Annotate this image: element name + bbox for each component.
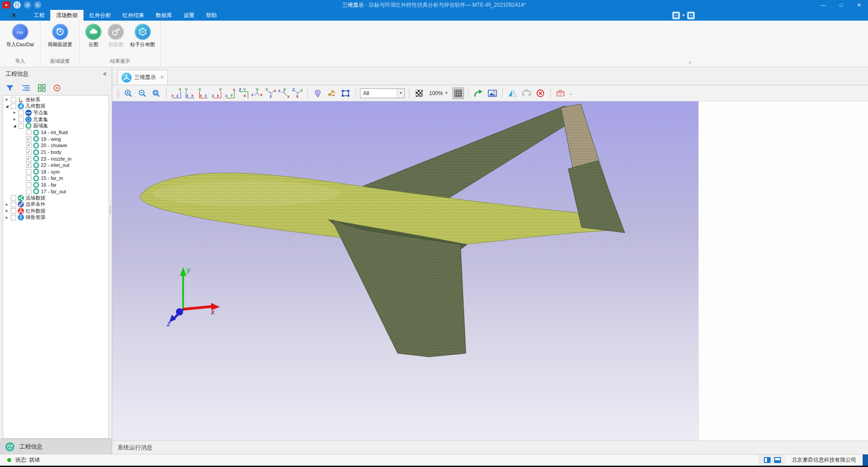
tab-close-icon[interactable]: ✕ bbox=[160, 74, 164, 80]
tree-item[interactable]: ✓21 - body bbox=[3, 149, 109, 156]
tree-checkbox[interactable]: ✓ bbox=[26, 156, 31, 161]
box-select-icon[interactable] bbox=[340, 87, 351, 99]
tree-expander-icon[interactable]: ▶ bbox=[4, 216, 9, 219]
close-button[interactable]: ✕ bbox=[850, 0, 868, 10]
window-layout-icon[interactable] bbox=[687, 12, 695, 19]
window-style-icon[interactable] bbox=[672, 12, 680, 19]
panel-layout-icon[interactable] bbox=[764, 457, 771, 463]
tree-item[interactable]: 14 - int_fluid bbox=[3, 129, 109, 136]
locate-icon[interactable] bbox=[53, 84, 61, 92]
menu-item-settings[interactable]: 设置 bbox=[178, 10, 200, 21]
undo-button[interactable]: ↺ bbox=[24, 1, 31, 9]
cloud-map-icon[interactable] bbox=[521, 87, 532, 99]
view-iso-2-icon[interactable]: Yxz bbox=[265, 88, 276, 99]
tree-item[interactable]: ✓19 - wing bbox=[3, 136, 109, 143]
tree-item[interactable]: ▶节点集 bbox=[3, 109, 109, 116]
section-plane-button[interactable]: 切面图 bbox=[105, 24, 127, 48]
redo-button[interactable]: ↻ bbox=[34, 1, 41, 9]
export-arrow-icon[interactable] bbox=[473, 87, 484, 99]
tree-expander-icon[interactable]: ◢ bbox=[4, 104, 9, 108]
chevron-down-icon[interactable]: ⌄ bbox=[570, 91, 573, 96]
chevron-down-icon[interactable]: ▼ bbox=[682, 13, 685, 17]
particle-distribution-button[interactable]: 粒子分布图 bbox=[127, 24, 158, 48]
tree-expander-icon[interactable]: ▶ bbox=[12, 111, 17, 114]
zoom-out-icon[interactable] bbox=[136, 87, 148, 99]
tree-item[interactable]: ◢几何数据 bbox=[3, 103, 109, 110]
tree-item[interactable]: ▶报告资源 bbox=[3, 214, 109, 221]
particle-trace-icon[interactable] bbox=[326, 87, 338, 99]
minimize-button[interactable]: — bbox=[814, 0, 832, 10]
tree-item[interactable]: ▶元素集 bbox=[3, 116, 109, 123]
zoom-level-dropdown[interactable]: 100%▼ bbox=[427, 90, 450, 96]
view-top-icon[interactable]: xzY bbox=[224, 88, 236, 99]
tree-checkbox[interactable] bbox=[11, 97, 16, 102]
menu-item-infrared-analysis[interactable]: 红外分析 bbox=[83, 10, 117, 21]
console-layout-icon[interactable] bbox=[774, 457, 781, 463]
tree-item[interactable]: ✓22 - inlet_out bbox=[3, 162, 109, 169]
tree-expander-icon[interactable]: ▶ bbox=[4, 209, 9, 213]
snapshot-icon[interactable] bbox=[487, 87, 498, 99]
tree-checkbox[interactable] bbox=[11, 104, 16, 109]
contour-cloud-button[interactable]: 云图 bbox=[82, 24, 105, 48]
menu-item-flowfield-data[interactable]: 流场数据 bbox=[50, 10, 83, 21]
tree-checkbox[interactable]: ✓ bbox=[26, 136, 31, 142]
tree-item[interactable]: ✓23 - nozzle_in bbox=[3, 155, 109, 162]
grid-view-icon[interactable] bbox=[38, 84, 46, 92]
periodic-face-settings-button[interactable]: 周期面设置 bbox=[44, 24, 75, 48]
view-back-icon[interactable]: Yzx bbox=[184, 88, 196, 99]
ribbon-collapse-chevron[interactable]: ∧ bbox=[688, 60, 692, 65]
app-logo-icon[interactable]: ✦ bbox=[2, 1, 10, 9]
project-info-footer-button[interactable]: 工程信息 bbox=[0, 439, 112, 454]
tree-checkbox[interactable] bbox=[18, 117, 24, 122]
mirror-icon[interactable] bbox=[507, 87, 518, 99]
view-iso-1-icon[interactable]: zYx bbox=[251, 88, 263, 99]
maximize-button[interactable]: □ bbox=[832, 0, 850, 10]
tree-checkbox[interactable] bbox=[18, 123, 24, 129]
tree-checkbox[interactable]: ✓ bbox=[26, 143, 31, 148]
tree-item[interactable]: 17 - far_out bbox=[3, 188, 109, 195]
tree-checkbox[interactable]: ✓ bbox=[26, 149, 31, 155]
tree-checkbox[interactable] bbox=[26, 130, 31, 135]
panel-collapse-icon[interactable]: < bbox=[103, 71, 106, 77]
tree-item[interactable]: 18 - sym bbox=[3, 169, 109, 175]
menu-item-help[interactable]: 帮助 bbox=[200, 10, 223, 21]
view-iso-4-icon[interactable]: ZxY bbox=[292, 88, 303, 99]
view-iso-3-icon[interactable]: zYx bbox=[278, 88, 290, 99]
tree-item[interactable]: 16 - far bbox=[3, 182, 109, 188]
tree-expander-icon[interactable]: ▶ bbox=[4, 203, 9, 206]
mesh-grid-toggle[interactable] bbox=[452, 87, 464, 99]
import-cas-dat-button[interactable]: cas 导入Cas/Dat bbox=[3, 24, 37, 48]
tree-item[interactable]: ◢面域集 bbox=[3, 122, 109, 129]
tree-item[interactable]: ▶边界条件 bbox=[3, 201, 109, 208]
tree-checkbox[interactable] bbox=[26, 175, 31, 181]
tree-expander-icon[interactable]: ▶ bbox=[12, 118, 17, 121]
view-bottom-icon[interactable]: ZYx bbox=[238, 88, 250, 99]
menu-item-infrared-results[interactable]: 红外结果 bbox=[117, 10, 150, 21]
tree-checkbox[interactable] bbox=[26, 169, 31, 175]
panel-splitter-handle[interactable] bbox=[110, 206, 111, 214]
toolbar-drag-handle[interactable] bbox=[116, 87, 120, 99]
tree-item[interactable]: ▶红外数据 bbox=[3, 208, 109, 214]
view-front-icon[interactable]: Yxz bbox=[171, 88, 182, 99]
menu-item-engineering[interactable]: 工程 bbox=[28, 10, 50, 21]
filter-icon[interactable] bbox=[5, 84, 14, 92]
cancel-icon[interactable] bbox=[535, 87, 546, 99]
tab-3d-view[interactable]: 三维显示 ✕ bbox=[118, 70, 168, 85]
tree-item[interactable]: 15 - far_in bbox=[3, 175, 109, 182]
zoom-fit-icon[interactable] bbox=[150, 87, 162, 99]
new-document-button[interactable] bbox=[13, 1, 21, 9]
checker-pattern-icon[interactable] bbox=[413, 87, 425, 99]
tree-item[interactable]: ▶x坐标系 bbox=[3, 96, 109, 103]
tree-checkbox[interactable] bbox=[18, 110, 24, 115]
view-left-icon[interactable]: Yxz bbox=[197, 88, 209, 99]
tree-expander-icon[interactable]: ◢ bbox=[12, 124, 17, 128]
probe-location-icon[interactable] bbox=[312, 87, 324, 99]
tree-checkbox[interactable] bbox=[11, 195, 16, 201]
tree-checkbox[interactable]: ✓ bbox=[26, 162, 31, 168]
zoom-in-icon[interactable] bbox=[123, 87, 134, 99]
tree-checkbox[interactable] bbox=[11, 215, 16, 220]
save-view-icon[interactable] bbox=[555, 87, 566, 99]
list-settings-icon[interactable] bbox=[22, 84, 31, 92]
viewport-3d[interactable]: y x z bbox=[112, 101, 698, 441]
chevron-down-icon[interactable]: ▼ bbox=[397, 89, 404, 98]
